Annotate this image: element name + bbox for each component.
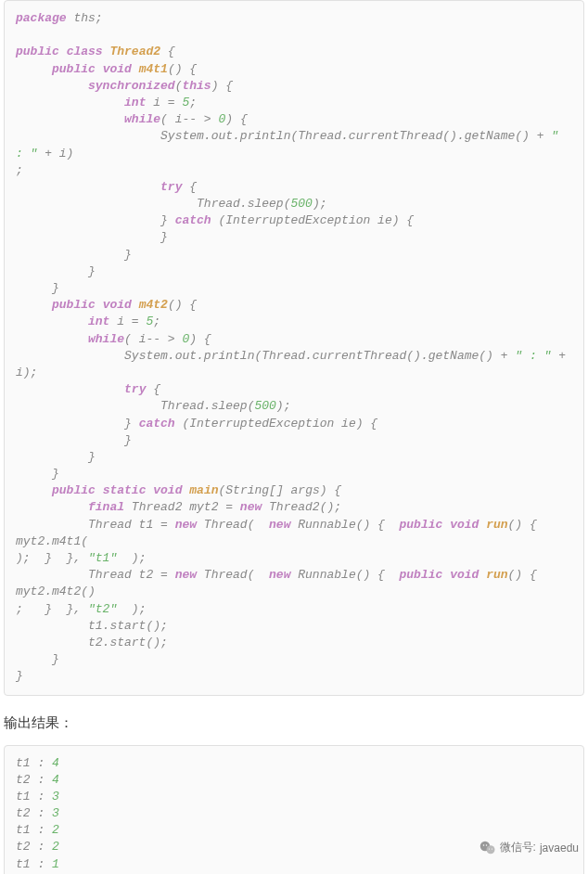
watermark-label: 微信号: (500, 840, 536, 855)
svg-point-2 (482, 844, 484, 846)
code-line: synchronized(this) { (16, 78, 572, 95)
code-line: public static void main(String[] args) { (16, 482, 572, 499)
code-line: } (16, 651, 572, 668)
code-block: package ths; public class Thread2 { publ… (4, 0, 584, 696)
code-line: } catch (InterruptedException ie) { (16, 416, 572, 432)
code-line: } catch (InterruptedException ie) { (16, 212, 572, 229)
code-line: package ths; (16, 10, 572, 27)
svg-point-4 (489, 848, 490, 849)
code-line: while( i-- > 0) { (16, 111, 572, 128)
code-line: public void m4t2() { (16, 297, 572, 314)
output-line: t2 : 3 (16, 805, 572, 822)
code-line: ); } }, "t1" ); (16, 550, 572, 567)
code-line: System.out.println(Thread.currentThread(… (16, 128, 572, 161)
output-line: t1 : 4 (16, 755, 572, 772)
code-line: t1.start(); (16, 618, 572, 635)
code-line (16, 27, 572, 44)
code-line: Thread.sleep(500); (16, 398, 572, 415)
code-line: int i = 5; (16, 95, 572, 111)
code-line: try { (16, 381, 572, 398)
code-line: ; } }, "t2" ); (16, 601, 572, 618)
output-line: t2 : 4 (16, 772, 572, 789)
code-line: while( i-- > 0) { (16, 331, 572, 348)
watermark: 微信号: javaedu (479, 840, 579, 855)
output-line: t1 : 2 (16, 822, 572, 839)
output-label: 输出结果： (4, 714, 584, 732)
wechat-icon (479, 841, 496, 855)
code-line: } (16, 466, 572, 482)
code-line: public class Thread2 { (16, 44, 572, 60)
code-line: } (16, 668, 572, 685)
watermark-handle: javaedu (540, 842, 579, 855)
code-line: ; (16, 162, 572, 179)
code-line: System.out.println(Thread.currentThread(… (16, 348, 572, 381)
code-line: try { (16, 179, 572, 196)
output-line: t1 : 3 (16, 789, 572, 805)
code-line: Thread t1 = new Thread( new Runnable() {… (16, 517, 572, 550)
code-line: } (16, 263, 572, 280)
svg-point-3 (485, 844, 487, 846)
code-line: } (16, 449, 572, 466)
code-line: Thread t2 = new Thread( new Runnable() {… (16, 567, 572, 600)
svg-point-5 (492, 848, 492, 849)
code-line: final Thread2 myt2 = new Thread2(); (16, 499, 572, 516)
code-line: t2.start(); (16, 635, 572, 651)
code-line: } (16, 432, 572, 449)
code-line: Thread.sleep(500); (16, 196, 572, 212)
code-line: } (16, 280, 572, 297)
code-line: } (16, 229, 572, 246)
code-line: int i = 5; (16, 314, 572, 330)
output-line: t1 : 1 (16, 856, 572, 873)
svg-point-1 (486, 845, 494, 854)
code-line: public void m4t1() { (16, 61, 572, 78)
code-line: } (16, 247, 572, 263)
